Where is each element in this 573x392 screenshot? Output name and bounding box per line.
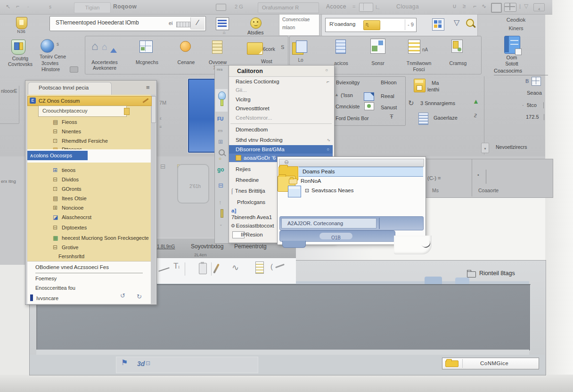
ribbon-button-windows[interactable]: Mcgnechs: [133, 38, 161, 73]
ribbon-button-camera[interactable]: Cenane: [174, 38, 198, 73]
strip-circle-icon[interactable]: ○: [219, 156, 221, 162]
menu-item[interactable]: Dtomecdbom: [229, 125, 333, 134]
quick-search-input[interactable]: [55, 19, 167, 26]
strip-fu-icon[interactable]: FU: [217, 116, 223, 122]
shield-icon[interactable]: [16, 17, 27, 29]
text-tool[interactable]: Tι: [173, 261, 180, 271]
strip-frame-icon[interactable]: ▭: [218, 128, 222, 134]
footer-item-1[interactable]: Foemesy: [35, 276, 57, 282]
sp-a-r2c2[interactable]: Reeal: [381, 93, 394, 99]
sp-a-r1c1[interactable]: Bviexoitgy: [336, 80, 360, 86]
line-tool[interactable]: [158, 267, 169, 271]
flyout-row-selected[interactable]: Doams Peals: [299, 167, 423, 177]
clipboard-tool[interactable]: [199, 263, 207, 274]
curve-tool[interactable]: ∿: [232, 263, 239, 273]
palette-item[interactable]: ⊞ Nonciooe: [53, 203, 174, 212]
sp-a-r4c1[interactable]: Ford Denis Bor: [336, 115, 369, 121]
menu-item[interactable]: Sthd vtnv Rodcning ∿: [229, 136, 333, 144]
palette-titlebar[interactable]: Pootscao tnnxl pecia ≡: [25, 81, 156, 95]
menu-pin-icon[interactable]: ○: [325, 67, 328, 73]
palette-top-row[interactable]: E CZ Onos Cossum: [27, 96, 152, 106]
ribbon-button-thumbnail[interactable]: nA Tnmilwown Fosci: [403, 39, 434, 74]
palette-item[interactable]: ▤ Itees Otsie: [53, 194, 174, 203]
col-value-1[interactable]: Seaoa: [527, 90, 542, 96]
union-icon[interactable]: ∪: [452, 3, 457, 10]
ribbon-button-cramsg[interactable]: Cramsg: [445, 38, 471, 73]
ribbon-button-country[interactable]: Coutrtg Covrtovsks: [7, 38, 34, 73]
filter-icon[interactable]: ▽: [454, 18, 459, 27]
grid-view-icon[interactable]: [432, 18, 444, 31]
palette-inset-box[interactable]: Croouchbrptacecuy: [38, 106, 127, 117]
combine-button[interactable]: CoNMGice: [442, 358, 539, 369]
table-icon[interactable]: [359, 3, 373, 12]
strip-up-icon[interactable]: ↑: [219, 200, 221, 206]
cloud-label[interactable]: Clouaga: [396, 4, 419, 10]
wave-icon[interactable]: ∿: [482, 3, 486, 10]
flyout-bar-1[interactable]: A2AJ2OR. Corteconang: [279, 216, 424, 230]
corner-icon[interactable]: ⌐: [473, 3, 476, 10]
cursor-icon[interactable]: ↖: [6, 4, 10, 10]
palette-selected-item[interactable]: ∧colons Oocosrps: [27, 151, 88, 160]
palette-item[interactable]: ⊞ tieoos: [53, 165, 174, 174]
ribbon-button-architecture[interactable]: ⌂ ⌂ Aocertextes Avekonere: [88, 38, 122, 73]
col-value-2[interactable]: 5tco: [527, 102, 544, 108]
combo-suffix[interactable]: - 9: [408, 22, 414, 28]
sp-a-r3c1[interactable]: Cmnckiste: [336, 104, 360, 110]
flyout-bar-2[interactable]: O1B: [279, 230, 395, 242]
sp-a-r3c2[interactable]: Sanust: [381, 105, 397, 111]
palette-item[interactable]: ⊡ GOronts: [53, 184, 174, 193]
account-label[interactable]: Acooce: [326, 4, 346, 10]
render-combo-input[interactable]: [328, 21, 362, 27]
gte-icon[interactable]: ≥: [463, 3, 466, 10]
line-tool-icon[interactable]: ⌐: [16, 3, 19, 10]
ribbon-button-terrain[interactable]: s Tonirv Cene 3covtes Hlnstore: [38, 38, 83, 74]
magnifier-icon[interactable]: [466, 19, 474, 27]
col-value-3[interactable]: 172.5: [526, 114, 544, 120]
split-window-icon[interactable]: [504, 3, 516, 12]
palette-item[interactable]: ⊟ Dividos: [53, 175, 174, 184]
tab-presentation[interactable]: Pemeentrotg: [234, 244, 267, 250]
sign-tool[interactable]: (: [270, 262, 273, 270]
menu-item-selected[interactable]: DBsorrore Bint/GMa ○: [229, 145, 333, 154]
footer-item-2[interactable]: Enosccerittea fou: [35, 285, 75, 291]
strip-magnifier-icon[interactable]: [219, 149, 225, 155]
monitor-icon[interactable]: [216, 4, 226, 11]
tab-active-label[interactable]: Roqoow: [113, 4, 137, 10]
palette-item[interactable]: ⊟ Drptoextes: [53, 223, 174, 232]
flyout-row-2[interactable]: RonNoA: [278, 177, 424, 186]
undo-icon[interactable]: ↺: [120, 293, 125, 300]
strip-go-icon[interactable]: go: [217, 167, 224, 173]
menubar-search-box[interactable]: Orafusmamor R: [258, 2, 319, 13]
palette-item[interactable]: ⊟ Nnentes: [53, 127, 174, 136]
sp-a-r1c2[interactable]: BHoon: [381, 80, 397, 86]
palette-item[interactable]: ◪ Alascheocrst: [53, 212, 174, 221]
strip-chevron-icon[interactable]: ⌄: [219, 222, 223, 227]
grid-small-icon[interactable]: [532, 77, 541, 86]
sp-b-r1a[interactable]: Ma: [432, 80, 439, 86]
redo-icon[interactable]: ↻: [137, 294, 142, 301]
square-window-icon[interactable]: [491, 3, 502, 13]
3d-box-icon[interactable]: ⊡: [146, 360, 150, 367]
strip-pen-icon[interactable]: [221, 209, 223, 218]
flyout-row-3[interactable]: ⊡ Seavtsacs Neaes: [278, 186, 424, 196]
tab-supporting[interactable]: Soyovtntxtog: [191, 244, 223, 250]
menu-item[interactable]: Vicitrg: [229, 95, 333, 104]
flyout-bottom-tab[interactable]: [282, 241, 306, 248]
3d-toggle[interactable]: 3d: [137, 360, 145, 368]
burger-icon[interactable]: ≡: [146, 84, 150, 91]
lines-panel-icon[interactable]: [216, 17, 229, 30]
scroll-thumb[interactable]: ▾: [481, 143, 489, 153]
palette-item[interactable]: Fersnhsrltd: [58, 252, 180, 261]
ribbon-button-sonsr[interactable]: Sonsr: [367, 38, 389, 73]
smiley-icon[interactable]: [250, 17, 262, 29]
conventions-panel[interactable]: Convencolae mlaon: [279, 14, 319, 36]
menu-item[interactable]: CeeNstomror...: [229, 114, 333, 122]
palette-item[interactable]: ⊟ Grotive: [53, 243, 174, 252]
strip-panel-icon[interactable]: ⊟: [218, 182, 223, 189]
sp-a-r2c1[interactable]: ('Issn: [341, 92, 353, 98]
sp-b-r2[interactable]: 3 Snnnargiems: [420, 100, 455, 106]
footer-item-3[interactable]: Ivvsncare: [36, 295, 58, 302]
menu-item[interactable]: Racies Coctiontxg ⌐: [229, 77, 333, 86]
palette-item[interactable]: ⊡ Rhemdltvd Fersiche: [53, 136, 174, 145]
flag-icon[interactable]: ⚑: [121, 359, 128, 367]
